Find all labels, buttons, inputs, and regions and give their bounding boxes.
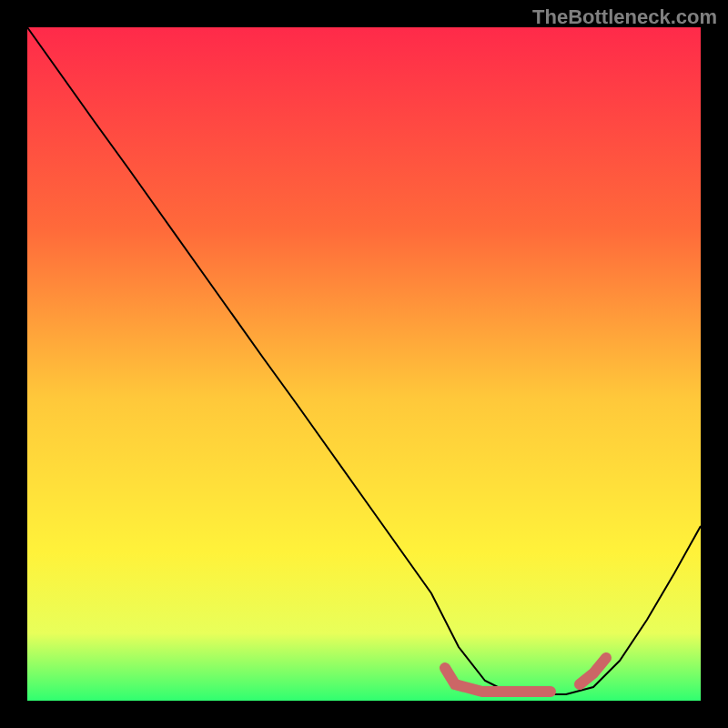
chart-svg bbox=[27, 27, 701, 701]
plot-area bbox=[27, 27, 701, 701]
chart-container: TheBottleneck.com bbox=[0, 0, 728, 728]
bottleneck-curve bbox=[27, 27, 701, 694]
flat-region-marker bbox=[445, 668, 551, 692]
watermark-text: TheBottleneck.com bbox=[532, 5, 717, 29]
right-rise-marker bbox=[580, 658, 606, 684]
